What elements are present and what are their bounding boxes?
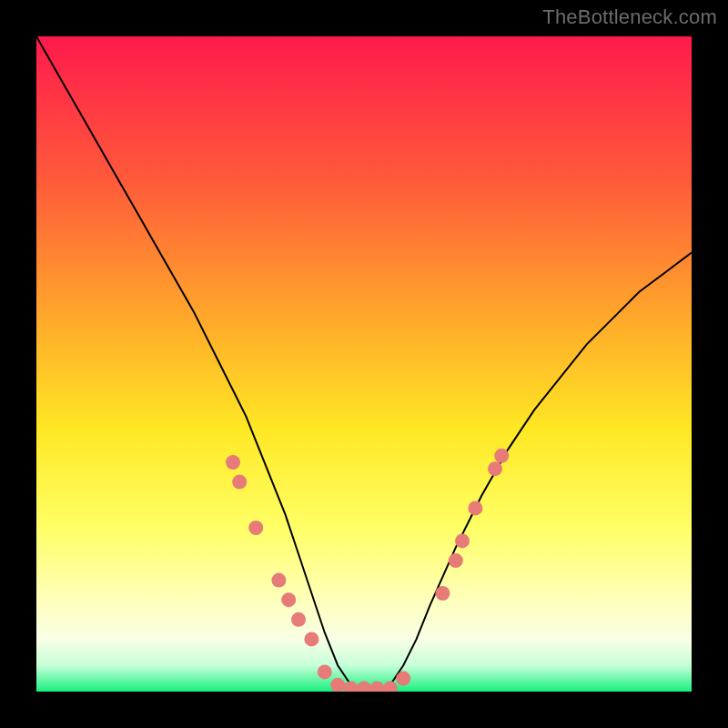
data-marker	[248, 521, 263, 535]
data-marker	[271, 573, 286, 588]
watermark-label: TheBottleneck.com	[542, 5, 717, 29]
data-marker	[494, 449, 509, 463]
data-marker	[226, 455, 240, 470]
data-marker	[449, 553, 463, 568]
data-marker	[304, 632, 318, 646]
data-marker	[468, 500, 482, 515]
data-marker	[488, 461, 502, 476]
data-marker	[232, 475, 247, 490]
plot-area	[36, 36, 692, 692]
chart-svg	[36, 36, 692, 692]
data-marker	[281, 592, 296, 607]
chart-frame: TheBottleneck.com	[0, 0, 728, 728]
data-marker	[318, 664, 332, 679]
gradient-background	[36, 36, 692, 692]
data-marker	[396, 672, 410, 686]
data-marker	[435, 586, 450, 601]
data-marker	[291, 612, 306, 627]
data-marker	[455, 533, 470, 548]
